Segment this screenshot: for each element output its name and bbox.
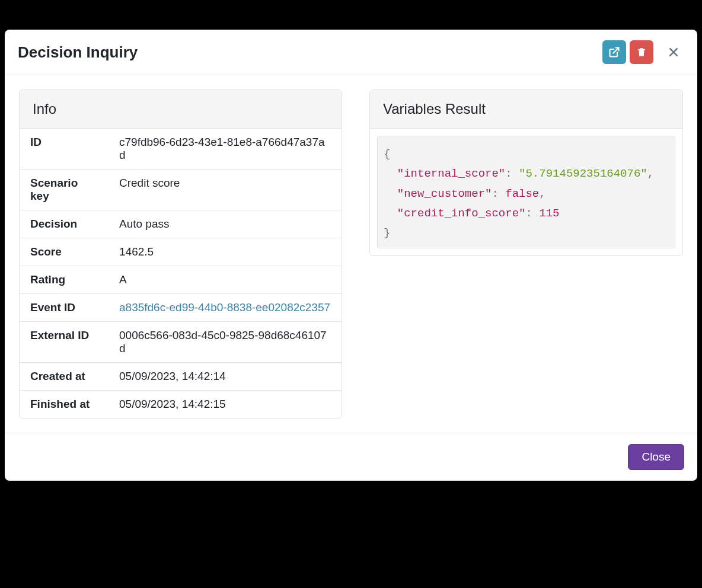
- table-row: Scenario key Credit score: [20, 170, 342, 210]
- table-row: Finished at 05/09/2023, 14:42:15: [20, 391, 342, 418]
- json-brace-close: }: [384, 226, 390, 239]
- scenario-key-value: Credit score: [109, 170, 342, 210]
- modal-title: Decision Inquiry: [18, 43, 138, 62]
- rating-label: Rating: [20, 266, 109, 294]
- table-row: Decision Auto pass: [20, 210, 342, 238]
- score-value: 1462.5: [109, 238, 342, 266]
- json-key-internal-score: "internal_score": [397, 167, 505, 180]
- table-row: External ID 0006c566-083d-45c0-9825-98d6…: [20, 322, 342, 363]
- info-panel: Info ID c79fdb96-6d23-43e1-81e8-a766d47a…: [19, 90, 342, 418]
- variables-panel-title: Variables Result: [383, 101, 669, 117]
- modal-header: Decision Inquiry: [5, 30, 697, 75]
- decision-label: Decision: [20, 210, 109, 238]
- created-at-value: 05/09/2023, 14:42:14: [109, 363, 342, 391]
- finished-at-label: Finished at: [20, 391, 109, 418]
- json-value-new-customer: false: [505, 187, 539, 200]
- table-row: Created at 05/09/2023, 14:42:14: [20, 363, 342, 391]
- external-id-value: 0006c566-083d-45c0-9825-98d68c46107d: [109, 322, 342, 363]
- created-at-label: Created at: [20, 363, 109, 391]
- json-brace-open: {: [384, 148, 390, 161]
- close-x-button[interactable]: [663, 41, 684, 63]
- scenario-key-label: Scenario key: [20, 170, 109, 210]
- json-key-new-customer: "new_customer": [397, 187, 492, 200]
- external-id-label: External ID: [20, 322, 109, 363]
- close-button[interactable]: Close: [628, 444, 684, 470]
- json-value-internal-score: "5.791459235164076": [519, 167, 647, 180]
- table-row: ID c79fdb96-6d23-43e1-81e8-a766d47a37ad: [20, 129, 342, 170]
- svg-line-0: [613, 48, 618, 53]
- close-icon: [668, 46, 679, 58]
- event-id-cell: a835fd6c-ed99-44b0-8838-ee02082c2357: [109, 294, 342, 322]
- json-result-block[interactable]: { "internal_score": "5.791459235164076",…: [377, 136, 675, 248]
- open-external-button[interactable]: [602, 40, 626, 64]
- table-row: Event ID a835fd6c-ed99-44b0-8838-ee02082…: [20, 294, 342, 322]
- score-label: Score: [20, 238, 109, 266]
- decision-inquiry-modal: Decision Inquiry: [5, 30, 697, 481]
- info-table: ID c79fdb96-6d23-43e1-81e8-a766d47a37ad …: [20, 129, 342, 418]
- table-row: Rating A: [20, 266, 342, 294]
- id-label: ID: [20, 129, 109, 170]
- modal-footer: Close: [5, 433, 697, 481]
- header-actions: [602, 40, 684, 64]
- info-panel-header: Info: [20, 90, 342, 129]
- finished-at-value: 05/09/2023, 14:42:15: [109, 391, 342, 418]
- delete-button[interactable]: [630, 40, 653, 64]
- external-link-icon: [608, 46, 620, 58]
- id-value: c79fdb96-6d23-43e1-81e8-a766d47a37ad: [109, 129, 342, 170]
- table-row: Score 1462.5: [20, 238, 342, 266]
- rating-value: A: [109, 266, 342, 294]
- event-id-link[interactable]: a835fd6c-ed99-44b0-8838-ee02082c2357: [119, 301, 330, 314]
- json-key-credit-info-score: "credit_info_score": [397, 207, 526, 220]
- json-value-credit-info-score: 115: [539, 207, 559, 220]
- event-id-label: Event ID: [20, 294, 109, 322]
- decision-value: Auto pass: [109, 210, 342, 238]
- variables-panel-header: Variables Result: [370, 90, 682, 129]
- trash-icon: [636, 46, 647, 58]
- info-panel-title: Info: [33, 101, 328, 117]
- modal-body: Info ID c79fdb96-6d23-43e1-81e8-a766d47a…: [5, 75, 697, 433]
- variables-panel: Variables Result { "internal_score": "5.…: [369, 90, 683, 256]
